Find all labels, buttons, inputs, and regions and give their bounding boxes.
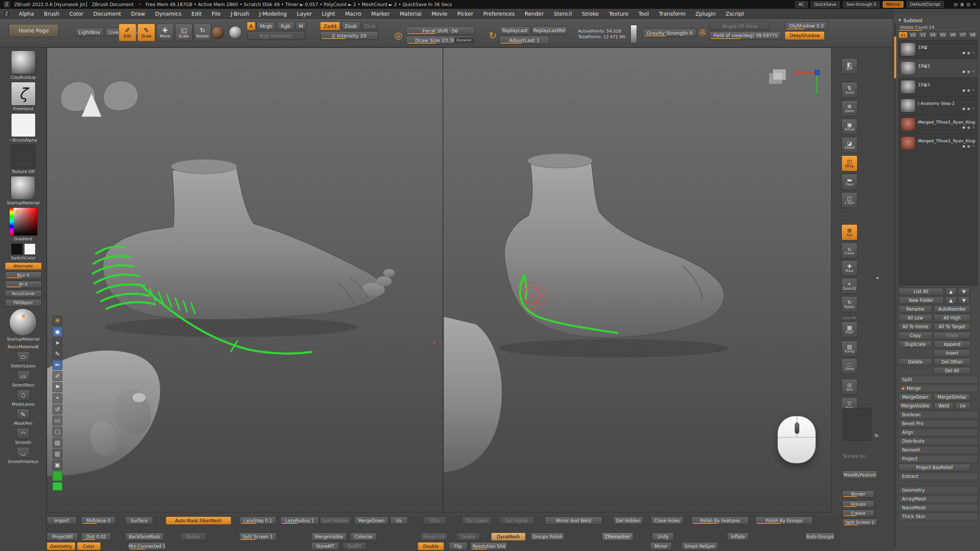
menu-file[interactable]: File [207,10,225,18]
replay-icon[interactable]: ↻ [489,31,497,40]
color-button[interactable]: Color [77,542,101,550]
subtool-item[interactable]: 19발◉●✎ [899,40,977,59]
del-higher-button[interactable]: Del Higher [500,517,534,525]
toggle-dot-icon[interactable] [808,518,811,521]
undo-icon[interactable]: ↺ [52,404,62,414]
border-button[interactable]: Border [842,491,874,498]
camera-icon[interactable]: ✇ [699,28,706,37]
insert-button[interactable]: Insert [934,349,970,357]
section-project[interactable]: Project [898,455,978,463]
titlebar-ac-button[interactable]: AC [795,1,808,8]
masklasso-icon[interactable]: ⬯ [17,390,30,401]
morph-uv-button[interactable]: Morph UV [420,533,448,541]
shelf-zoom-button[interactable]: ⊕Zoom [841,100,858,116]
eye-icon[interactable]: ◉ [962,88,965,92]
adjust-last-slider[interactable]: AdjustLast 1 [499,36,549,44]
flag-icon[interactable]: ⚑ [52,382,62,392]
shelf-ghost-button[interactable]: ◌Ghost [841,358,858,374]
menu-edit[interactable]: Edit [186,10,207,18]
lazyradius-1-button[interactable]: LazyRadius 1 [280,517,319,525]
lazystep-0-1-button[interactable]: LazyStep 0.1 [240,517,276,525]
shelf-zoom3d-button[interactable]: ⌖Zoom3D [841,278,858,294]
menu-light[interactable]: Light [317,10,340,18]
panel-scrollbar[interactable] [894,23,896,548]
close-holes-button[interactable]: Close Holes [651,517,683,525]
subtool-tab-v1[interactable]: V1 [898,32,908,38]
section-thick-skin[interactable]: Thick Skin [898,513,978,520]
new-folder-button[interactable]: New Folder [898,297,944,304]
rgb-intensity-slider[interactable]: Rgb Intensity [247,31,305,40]
home-page-button[interactable]: Home Page [9,24,59,37]
menu-picker[interactable]: Picker [452,10,479,18]
subtool-tab-v5[interactable]: V5 [938,32,947,38]
menu-render[interactable]: Render [520,10,549,18]
item-button[interactable]: ▲ [945,288,957,295]
resolution-504-button[interactable]: Resolution 504 [470,542,508,550]
subtool-tab-v2[interactable]: V2 [908,32,918,38]
field-of-view-slider[interactable]: Field of view(deg) 39.59775 [709,31,781,40]
shelf-polyf-button[interactable]: ▩PolyF [841,321,858,337]
projectall-button[interactable]: ProjectAll [47,533,78,541]
menu-j-modeling[interactable]: J-Modeling [254,10,292,18]
mrgb-button[interactable]: Mrgb [256,22,276,30]
section-split[interactable]: Split [898,376,978,383]
toggle-dot-icon[interactable] [745,518,747,521]
brush-icon[interactable]: ✎ [972,51,975,55]
shelf-move-button[interactable]: ✚Move [841,260,858,276]
replay-last-button[interactable]: ReplayLast [499,26,531,35]
subtool-item[interactable]: Merged_TPose1_Ryan_Kingslie◉●✎ [899,134,977,153]
selectlasso-icon[interactable]: ⬭ [17,351,30,363]
split-screen-1-button[interactable]: Split Screen 1 [239,533,276,541]
brush-icon[interactable]: ✎ [972,126,975,129]
titlebar-see-through-0-button[interactable]: See-through 0 [843,1,880,8]
material-basicb-label[interactable]: BasicMaterialB [8,344,39,349]
menu-stroke[interactable]: Stroke [577,10,604,18]
toggle-dot-icon[interactable] [598,518,601,521]
smooth-icon[interactable]: ◠ [16,428,29,439]
subtool-item[interactable]: 19발1◉●✎ [899,59,977,78]
dynamic-toggle[interactable]: Dynamic [454,37,474,43]
subtool-item[interactable]: J Anatomy Step-2◉●✎ [899,96,977,115]
current-material[interactable] [9,308,37,336]
subtool-header[interactable]: ▼ Subtool [898,16,978,24]
paint-icon[interactable]: ● [967,144,970,148]
rotate-button[interactable]: ↻Rotate [194,24,211,41]
current-material-icon[interactable] [211,26,224,39]
section-bevel-pro[interactable]: Bevel Pro [898,420,978,427]
menu-marker[interactable]: Marker [366,10,395,18]
shelf-floor-button[interactable]: ▬Floor [841,174,858,190]
min-connected-1-button[interactable]: Min Connected 1 [128,542,166,550]
camera-cube-widget[interactable] [767,68,788,87]
brush-icon[interactable]: ✎ [972,88,975,92]
paint-icon[interactable]: ● [967,70,970,73]
brush-claybuildup-thumb[interactable] [11,51,36,74]
all-to-home-button[interactable]: All To Home [898,323,932,331]
hue-strip[interactable] [10,208,13,235]
section-merge[interactable]: Merge [898,385,978,392]
titlebar-defaultzscript-button[interactable]: DefaultZScript [906,1,944,8]
colorize-button[interactable]: Colorize [350,533,377,541]
document-canvas[interactable]: ☀◉➤✎✏✐⚑•↺▭▢▤▥▣ [47,47,831,512]
eye-icon[interactable]: ◉ [962,144,965,148]
pen-icon[interactable]: ✎ [52,349,62,359]
window-icon-1[interactable]: ▣ [960,2,964,7]
subtool-tab-v3[interactable]: V3 [918,32,928,38]
subtool-item[interactable]: Merged_TPose1_Ryan_Kingslie◉●✎ [899,115,977,134]
menu-draw[interactable]: Draw [126,10,150,18]
dist-0-02-button[interactable]: Dist 0.02 [81,533,111,541]
mask-by-feature-button[interactable]: MaskByFeature [842,471,877,479]
smart-resym-button[interactable]: Smart ReSym [681,542,718,550]
history-thumbnails[interactable] [58,72,165,118]
shelf-rotate-button[interactable]: ↻Rotate [841,296,858,312]
window-icon-2[interactable]: ▥ [966,2,970,7]
shelf-l-sym-button[interactable]: ◫L.Sym [841,192,858,208]
menu-transform[interactable]: Transform [654,10,691,18]
shelf-frame-button[interactable]: ⌂Frame [841,243,858,259]
menu-dynamics[interactable]: Dynamics [150,10,186,18]
image2-icon[interactable]: ▥ [52,449,62,459]
selectrect-icon[interactable]: ▭ [17,370,30,382]
subtool-tab-v4[interactable]: V4 [928,32,938,38]
zbrush-menu-logo-icon[interactable]: Z [3,10,10,17]
edit-pen-icon[interactable]: ✏ [52,360,62,370]
foot-model-right[interactable] [505,158,724,337]
